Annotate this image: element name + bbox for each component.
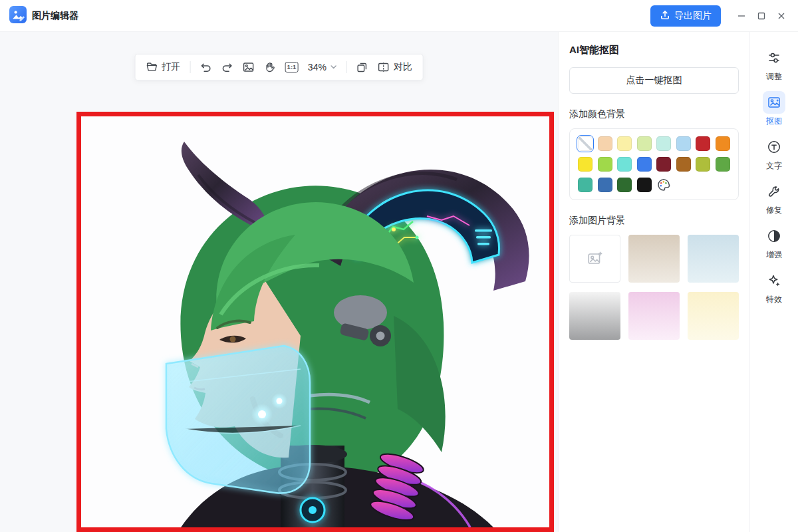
export-image-button[interactable]: 导出图片 xyxy=(650,5,721,27)
color-swatch[interactable] xyxy=(676,136,691,151)
open-label: 打开 xyxy=(162,61,180,73)
sidebar-item-label: 修复 xyxy=(766,205,782,216)
app-logo-icon xyxy=(9,6,27,26)
insert-image-button[interactable] xyxy=(242,61,254,73)
color-swatch[interactable] xyxy=(598,136,612,151)
sidebar-item-enhance[interactable]: 增强 xyxy=(763,225,785,261)
sidebar-item-label: 特效 xyxy=(766,294,782,305)
toolbar-divider xyxy=(346,61,347,73)
sidebar-item-adjust[interactable]: 调整 xyxy=(763,47,785,82)
toolbar-divider xyxy=(190,61,190,73)
undo-icon xyxy=(200,61,211,73)
color-swatch[interactable] xyxy=(617,178,632,192)
redo-button[interactable] xyxy=(221,61,233,73)
image-background-tile[interactable] xyxy=(569,292,620,340)
sidebar-item-label: 抠图 xyxy=(766,116,782,127)
split-compare-button[interactable]: 对比 xyxy=(378,61,412,73)
sidebar-item-text[interactable]: 文字 xyxy=(763,136,785,172)
color-swatch[interactable] xyxy=(656,136,671,151)
color-swatch[interactable] xyxy=(598,157,612,172)
overlap-squares-icon xyxy=(356,61,368,73)
actual-size-button[interactable]: 1:1 xyxy=(285,62,299,72)
color-swatch-transparent[interactable] xyxy=(578,136,593,151)
adjust-icon xyxy=(763,47,785,69)
copy-compare-button[interactable] xyxy=(356,61,368,73)
hand-tool-button[interactable] xyxy=(263,61,275,73)
color-swatch[interactable] xyxy=(696,136,710,151)
color-swatch[interactable] xyxy=(598,178,612,192)
redo-icon xyxy=(221,61,233,73)
one-to-one-icon: 1:1 xyxy=(285,62,299,72)
enhance-icon xyxy=(763,225,785,247)
color-swatch[interactable] xyxy=(696,157,710,172)
split-view-icon xyxy=(378,61,390,73)
color-swatch[interactable] xyxy=(617,157,632,172)
one-click-cutout-button[interactable]: 点击一键抠图 xyxy=(569,67,739,94)
zoom-level-dropdown[interactable]: 34% xyxy=(308,62,337,72)
sidebar-item-label: 文字 xyxy=(766,160,782,172)
edited-image[interactable] xyxy=(81,116,549,527)
image-icon xyxy=(242,61,254,73)
canvas-toolbar: 打开 xyxy=(134,54,424,80)
color-swatch[interactable] xyxy=(656,157,671,172)
panel-title: AI智能抠图 xyxy=(569,44,739,57)
export-icon xyxy=(660,9,670,22)
open-file-button[interactable]: 打开 xyxy=(146,61,180,73)
image-background-tile[interactable] xyxy=(628,235,680,283)
cutout-icon xyxy=(763,91,785,114)
maximize-button[interactable] xyxy=(751,6,771,26)
color-swatch[interactable] xyxy=(578,178,593,192)
editor-canvas: 打开 xyxy=(0,32,558,532)
custom-color-palette-icon[interactable] xyxy=(656,178,671,192)
color-swatch[interactable] xyxy=(716,157,730,172)
color-section-title: 添加颜色背景 xyxy=(569,108,739,120)
image-background-tile[interactable] xyxy=(688,235,739,283)
cutout-panel: AI智能抠图 点击一键抠图 添加颜色背景 xyxy=(558,32,749,532)
app-info: 图片编辑器 xyxy=(9,6,78,26)
folder-open-icon xyxy=(146,61,158,73)
tools-sidebar: 调整 抠图 文字 xyxy=(749,32,798,532)
close-button[interactable] xyxy=(771,6,791,26)
undo-button[interactable] xyxy=(200,61,211,73)
effects-icon xyxy=(763,269,785,292)
color-swatch-grid xyxy=(569,128,739,200)
window-controls xyxy=(732,6,791,26)
hand-icon xyxy=(263,61,275,73)
image-background-grid xyxy=(569,235,739,340)
color-swatch[interactable] xyxy=(676,157,691,172)
sidebar-item-repair[interactable]: 修复 xyxy=(763,180,785,216)
sidebar-item-effects[interactable]: 特效 xyxy=(763,269,785,305)
text-icon xyxy=(763,136,785,158)
color-swatch[interactable] xyxy=(637,157,652,172)
color-swatch[interactable] xyxy=(637,136,652,151)
minimize-button[interactable] xyxy=(732,6,751,26)
sidebar-item-label: 调整 xyxy=(766,71,782,82)
sidebar-item-label: 增强 xyxy=(766,249,782,261)
chevron-down-icon xyxy=(331,64,337,70)
zoom-value: 34% xyxy=(308,62,327,72)
color-swatch[interactable] xyxy=(617,136,632,151)
color-swatch[interactable] xyxy=(716,136,730,151)
repair-icon xyxy=(763,180,785,203)
image-bg-section-title: 添加图片背景 xyxy=(569,215,739,227)
export-button-label: 导出图片 xyxy=(674,10,712,22)
add-image-background-tile[interactable] xyxy=(569,235,620,283)
image-plus-icon xyxy=(587,250,604,267)
compare-label: 对比 xyxy=(394,61,412,73)
app-title: 图片编辑器 xyxy=(32,10,78,22)
sidebar-item-cutout[interactable]: 抠图 xyxy=(763,91,785,127)
color-swatch[interactable] xyxy=(637,178,652,192)
image-background-tile[interactable] xyxy=(688,292,739,340)
image-selection-frame[interactable] xyxy=(76,112,554,532)
color-swatch[interactable] xyxy=(578,157,593,172)
image-background-tile[interactable] xyxy=(628,292,680,340)
titlebar: 图片编辑器 导出图片 xyxy=(0,0,798,32)
